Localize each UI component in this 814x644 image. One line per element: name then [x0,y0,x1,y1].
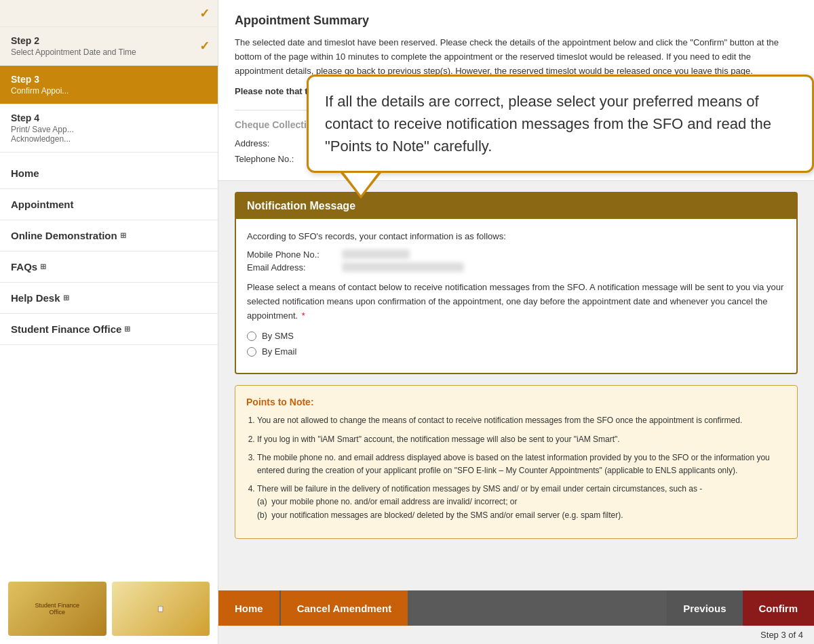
step3-item[interactable]: Step 3 Confirm Appoi... [0,66,218,104]
previous-button[interactable]: Previous [667,590,742,626]
home-label: Home [11,167,39,179]
step4-desc: Print/ Save App...Acknowledgen... [11,125,207,144]
sms-radio[interactable] [247,331,256,341]
point-2: If you log in with "iAM Smart" account, … [257,433,786,446]
email-radio[interactable] [247,347,256,357]
footer-bar: Home Cancel Amendment Previous Confirm [218,590,814,626]
step2-item[interactable]: Step 2 Select Appointment Date and Time … [0,27,218,66]
nav-section: Home Appointment Online Demonstration ⊞ … [0,158,218,345]
sidebar-item-faqs[interactable]: FAQs ⊞ [0,251,218,283]
points-list: You are not allowed to change the means … [246,414,786,521]
mobile-value [342,249,410,259]
point-3: The mobile phone no. and email address d… [257,451,786,477]
cancel-button[interactable]: Cancel Amendment [281,590,408,626]
sms-option[interactable]: By SMS [247,331,786,341]
footer-spacer [408,590,667,626]
mobile-row: Mobile Phone No.: [247,249,786,260]
footer-section: Home Cancel Amendment Previous Confirm S… [218,590,814,644]
sidebar-item-home[interactable]: Home [0,158,218,189]
mobile-label: Mobile Phone No.: [247,249,342,260]
confirm-button[interactable]: Confirm [743,590,815,626]
main-content: If all the details are correct, please s… [218,0,814,644]
notification-options: By SMS By Email [247,331,786,357]
external-icon-helpdesk: ⊞ [63,294,69,302]
sidebar-item-appointment[interactable]: Appointment [0,189,218,220]
email-row: Email Address: [247,262,786,273]
notification-title: Notification Message [247,200,355,212]
step-counter-text: Step 3 of 4 [760,630,803,640]
point-4: There will be failure in the delivery of… [257,483,786,522]
sfo-label: Student Finance Office [11,323,121,335]
email-option-label: By Email [262,346,296,357]
step-counter: Step 3 of 4 [218,626,814,644]
sidebar: ✓ Step 2 Select Appointment Date and Tim… [0,0,218,644]
appointment-summary-title: Appointment Summary [235,14,798,28]
notification-body: According to SFO's records, your contact… [236,219,796,373]
email-value [342,262,464,272]
external-icon-faqs: ⊞ [40,262,46,271]
online-demo-label: Online Demonstration [11,230,117,241]
steps-section: ✓ Step 2 Select Appointment Date and Tim… [0,0,218,153]
notification-section: Notification Message According to SFO's … [235,192,798,374]
step1-item[interactable]: ✓ [0,0,218,27]
email-option[interactable]: By Email [247,346,786,357]
external-icon-demo: ⊞ [120,231,126,240]
promo-box-2: 📋 [112,582,210,636]
tooltip-text: If all the details are correct, please s… [325,93,771,155]
email-label: Email Address: [247,262,342,273]
sidebar-item-sfo[interactable]: Student Finance Office ⊞ [0,314,218,345]
home-button[interactable]: Home [218,590,279,626]
points-title: Points to Note: [246,397,786,407]
step2-label: Step 2 [11,35,207,46]
notification-body-text: Please select a means of contact below t… [247,281,786,323]
sms-label: By SMS [262,331,294,341]
tooltip-tail-inner [344,173,378,195]
asterisk: * [302,310,305,321]
helpdesk-label: Help Desk [11,292,60,304]
promo-images: Student FinanceOffice 📋 [8,582,210,636]
step2-checkmark: ✓ [199,39,210,54]
step4-item[interactable]: Step 4 Print/ Save App...Acknowledgen... [0,104,218,153]
notification-intro: According to SFO's records, your contact… [247,230,786,244]
sidebar-item-online-demo[interactable]: Online Demonstration ⊞ [0,220,218,251]
step4-label: Step 4 [11,113,207,123]
step3-desc: Confirm Appoi... [11,86,207,96]
promo-box-1: Student FinanceOffice [8,582,106,636]
faqs-label: FAQs [11,261,37,273]
appointment-label: Appointment [11,199,73,210]
point-1: You are not allowed to change the means … [257,414,786,427]
sidebar-item-helpdesk[interactable]: Help Desk ⊞ [0,283,218,314]
notification-body-text-span: Please select a means of contact below t… [247,282,783,321]
summary-description: The selected date and timeslot have been… [235,36,798,78]
promo-section: Student FinanceOffice 📋 [0,573,218,644]
step3-label: Step 3 [11,74,207,85]
external-icon-sfo: ⊞ [124,325,130,334]
tooltip-overlay: If all the details are correct, please s… [307,75,814,200]
tooltip-bubble: If all the details are correct, please s… [307,75,814,173]
points-section: Points to Note: You are not allowed to c… [235,385,798,538]
step1-checkmark: ✓ [199,6,210,21]
step2-desc: Select Appointment Date and Time [11,47,207,57]
